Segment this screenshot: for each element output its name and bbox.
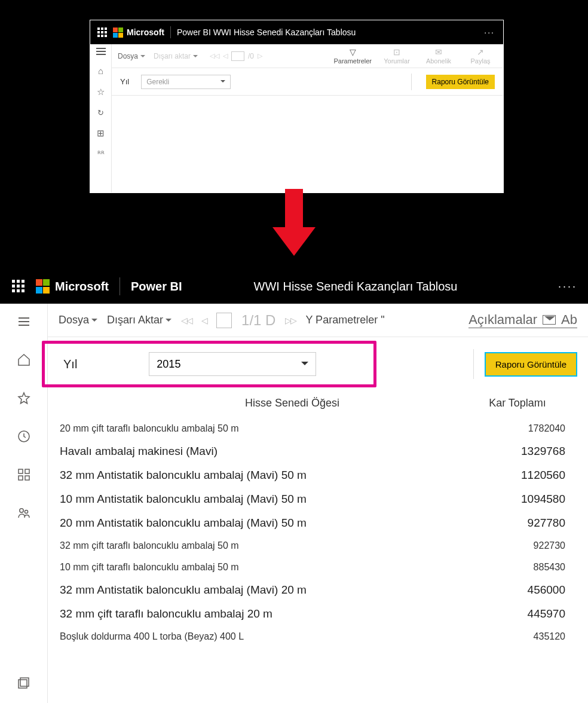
apps-icon[interactable]: ⊞ bbox=[97, 128, 105, 139]
paging-controls: ◁◁ ◁ /0 ▷ bbox=[210, 51, 262, 61]
export-menu[interactable]: Dışarı aktar bbox=[154, 52, 198, 60]
profit-cell: 1094580 bbox=[458, 487, 577, 511]
share-icon: ↗ bbox=[477, 47, 484, 57]
favorite-icon[interactable]: ☆ bbox=[97, 87, 105, 97]
subscribe-action[interactable]: ✉Abonelik bbox=[422, 47, 455, 65]
workspaces-icon[interactable] bbox=[6, 671, 42, 695]
filters-label: Parametreler bbox=[333, 57, 372, 65]
hamburger-icon[interactable] bbox=[6, 310, 42, 334]
next-page-icon[interactable]: ▷ bbox=[258, 52, 262, 60]
prev-page-icon[interactable]: ◁ bbox=[201, 316, 207, 325]
divider bbox=[120, 277, 120, 295]
table-row[interactable]: 10 mm Antistatik baloncuklu ambalaj (Mav… bbox=[59, 487, 577, 511]
year-dropdown[interactable]: Gerekli bbox=[141, 75, 231, 89]
svg-rect-5 bbox=[25, 469, 29, 473]
parameters-label[interactable]: Y Parametreler " bbox=[305, 314, 384, 326]
file-menu[interactable]: Dosya bbox=[118, 52, 145, 60]
profit-cell: 927780 bbox=[458, 511, 577, 535]
item-cell: 32 mm Antistatik baloncuklu ambalaj (Mav… bbox=[59, 578, 458, 602]
mail-icon: ✉ bbox=[435, 47, 442, 57]
brand-text: Microsoft bbox=[127, 27, 164, 37]
export-menu[interactable]: Dışarı Aktar bbox=[107, 314, 172, 326]
mail-icon bbox=[543, 315, 556, 325]
file-menu[interactable]: Dosya bbox=[59, 314, 97, 326]
col-profit-header: Kar Toplamı bbox=[458, 391, 577, 418]
main-large: Dosya Dışarı Aktar ◁◁ ◁ 1/1 D ▷▷ Y Param… bbox=[48, 304, 588, 703]
profit-cell: 445970 bbox=[458, 602, 577, 626]
powerbi-panel-before: Microsoft Power BI WWI Hisse Senedi Kaza… bbox=[90, 20, 504, 193]
item-cell: 32 mm çift taraflı baloncuklu ambalaj 20… bbox=[59, 602, 458, 626]
microsoft-logo-icon bbox=[113, 27, 123, 38]
brand-text: Microsoft bbox=[55, 280, 109, 294]
svg-rect-6 bbox=[19, 476, 23, 480]
item-cell: 10 mm Antistatik baloncuklu ambalaj (Mav… bbox=[59, 487, 458, 511]
table-row[interactable]: Havalı ambalaj makinesi (Mavi)1329768 bbox=[59, 439, 577, 463]
table-row[interactable]: 32 mm çift taraflı baloncuklu ambalaj 50… bbox=[59, 535, 577, 557]
more-icon[interactable]: ···· bbox=[558, 280, 577, 293]
comments-action[interactable]: ⊡Yorumlar bbox=[380, 47, 414, 65]
next-page-icon[interactable]: ▷▷ bbox=[285, 316, 296, 325]
table-row[interactable]: 32 mm çift taraflı baloncuklu ambalaj 20… bbox=[59, 602, 577, 626]
profit-cell: 456000 bbox=[458, 578, 577, 602]
profit-cell: 435120 bbox=[458, 626, 577, 647]
profit-cell: 1782040 bbox=[458, 418, 577, 439]
home-icon[interactable]: ⌂ bbox=[98, 66, 103, 76]
toolbar-small: Dosya Dışarı aktar ◁◁ ◁ /0 ▷ ▽Parametrel… bbox=[112, 44, 503, 68]
table-row[interactable]: Boşluk doldurma 400 L torba (Beyaz) 400 … bbox=[59, 626, 577, 647]
first-page-icon[interactable]: ◁◁ bbox=[181, 316, 192, 325]
svg-point-9 bbox=[24, 510, 27, 513]
page-input[interactable] bbox=[231, 51, 244, 61]
app-launcher-icon[interactable] bbox=[12, 280, 25, 293]
svg-rect-4 bbox=[19, 469, 23, 473]
item-cell: 10 mm çift taraflı baloncuklu ambalaj 50… bbox=[59, 557, 458, 578]
svg-rect-10 bbox=[20, 678, 29, 686]
divider bbox=[170, 26, 171, 38]
view-report-button[interactable]: Raporu Görüntüle bbox=[485, 352, 577, 377]
view-report-button[interactable]: Raporu Görüntüle bbox=[426, 75, 495, 89]
filters-action[interactable]: ▽Parametreler bbox=[333, 47, 372, 65]
explain-subscribe-group[interactable]: Açıklamalar Ab bbox=[468, 312, 577, 328]
chevron-down-icon bbox=[301, 362, 308, 369]
more-icon[interactable]: ··· bbox=[484, 27, 495, 37]
hamburger-icon[interactable] bbox=[96, 48, 106, 55]
table-row[interactable]: 20 mm çift taraflı baloncuklu ambalaj 50… bbox=[59, 418, 577, 439]
parameter-bar-large: Yıl 2015 Raporu Görüntüle bbox=[48, 337, 588, 391]
left-rail-small: ⌂ ☆ ↻ ⊞ ᴿᴿ bbox=[90, 44, 112, 192]
profit-cell: 1329768 bbox=[458, 439, 577, 463]
prev-page-icon[interactable]: ◁ bbox=[223, 52, 228, 60]
home-icon[interactable] bbox=[6, 348, 42, 372]
ab-label: Ab bbox=[561, 312, 577, 328]
report-table-wrap[interactable]: Hisse Senedi Öğesi Kar Toplamı 20 mm çif… bbox=[48, 391, 588, 703]
parameter-bar-small: Yıl Gerekli Raporu Görüntüle bbox=[112, 68, 503, 96]
profit-cell: 922730 bbox=[458, 535, 577, 557]
subscribe-label: Abonelik bbox=[426, 57, 451, 65]
table-row[interactable]: 32 mm Antistatik baloncuklu ambalaj (Mav… bbox=[59, 578, 577, 602]
recent-icon[interactable] bbox=[6, 424, 42, 448]
shared-icon[interactable] bbox=[6, 501, 42, 525]
table-row[interactable]: 20 mm Antistatik baloncuklu ambalaj (Mav… bbox=[59, 511, 577, 535]
left-rail-large bbox=[0, 304, 48, 703]
table-row[interactable]: 32 mm Antistatik baloncuklu ambalaj (Mav… bbox=[59, 463, 577, 487]
comments-label: Yorumlar bbox=[384, 57, 410, 65]
profit-cell: 1120560 bbox=[458, 463, 577, 487]
favorite-icon[interactable] bbox=[6, 386, 42, 410]
table-row[interactable]: 10 mm çift taraflı baloncuklu ambalaj 50… bbox=[59, 557, 577, 578]
refresh-icon[interactable]: ↻ bbox=[97, 108, 104, 117]
table-body: 20 mm çift taraflı baloncuklu ambalaj 50… bbox=[59, 418, 577, 647]
shared-icon[interactable]: ᴿᴿ bbox=[97, 149, 105, 158]
page-input[interactable] bbox=[216, 313, 232, 328]
filter-icon: ▽ bbox=[350, 47, 356, 57]
divider bbox=[473, 349, 474, 379]
year-label: Yıl bbox=[63, 357, 77, 371]
apps-icon[interactable] bbox=[6, 463, 42, 487]
app-launcher-icon[interactable] bbox=[97, 27, 107, 37]
chevron-down-icon bbox=[220, 80, 225, 85]
svg-point-8 bbox=[19, 509, 23, 512]
share-action[interactable]: ↗Paylaş bbox=[464, 47, 497, 65]
first-page-icon[interactable]: ◁◁ bbox=[210, 52, 219, 60]
body-small: ⌂ ☆ ↻ ⊞ ᴿᴿ Dosya Dışarı aktar ◁◁ ◁ /0 ▷ … bbox=[90, 44, 503, 192]
year-dropdown[interactable]: 2015 bbox=[149, 352, 316, 376]
body-large: Dosya Dışarı Aktar ◁◁ ◁ 1/1 D ▷▷ Y Param… bbox=[0, 304, 588, 703]
item-cell: 20 mm Antistatik baloncuklu ambalaj (Mav… bbox=[59, 511, 458, 535]
year-value: 2015 bbox=[157, 358, 180, 371]
